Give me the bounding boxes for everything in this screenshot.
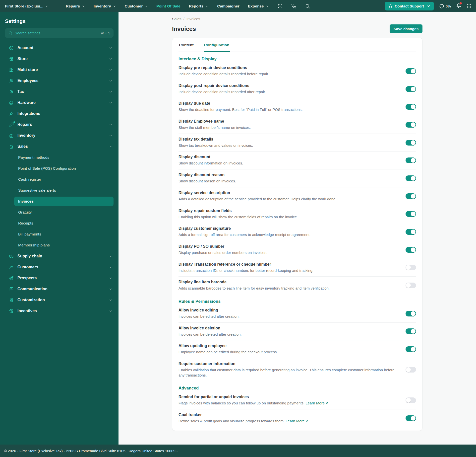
sidebar-subitem-invoices[interactable]: Invoices [14,197,114,206]
nav-item-label: Reports [189,4,204,8]
learn-more-link[interactable]: Learn More [305,401,329,405]
phone-icon[interactable] [291,3,297,9]
breadcrumb-invoices: Invoices [186,17,200,21]
sidebar-item-account[interactable]: Account [0,42,119,53]
toggle-display-discount[interactable] [406,157,416,163]
toggle-display-pre-repair-device-conditions[interactable] [406,68,416,74]
setting-title: Display due date [178,101,396,106]
shopping-bag-icon [9,144,14,149]
sidebar-subitem-membership-plans[interactable]: Membership plans [0,240,119,251]
nav-item-repairs[interactable]: Repairs [66,4,85,8]
sidebar-subitem-payment-methods[interactable]: Payment methods [0,152,119,163]
sidebar-item-repairs[interactable]: Repairs [0,119,119,130]
sidebar-item-employees[interactable]: Employees [0,75,119,86]
nav-item-expense[interactable]: Expense [248,4,269,8]
sidebar-item-label: Customization [17,298,45,302]
sidebar-item-incentives[interactable]: Incentives [0,305,119,316]
toggle-display-service-description[interactable] [406,193,416,199]
sidebar-subitem-suggestive-sale-alerts[interactable]: Suggestive sale alerts [0,185,119,196]
sidebar-subitem-bill-payments[interactable]: Bill payments [0,229,119,240]
sidebar-item-store[interactable]: Store [0,53,119,64]
setting-description: Adds scannable barcodes to each line ite… [178,286,396,291]
toggle-display-po-so-number[interactable] [406,247,416,253]
search-input[interactable]: Search settings ⌘ + S [5,28,114,38]
contact-support-button[interactable]: Contact Support [385,2,434,10]
tab-configuration[interactable]: Configuration [204,43,230,52]
search-placeholder: Search settings [15,31,40,35]
nav-item-label: Customer [125,4,143,8]
toggle-display-customer-signature[interactable] [406,229,416,235]
money-bag-icon [9,89,14,94]
sidebar-item-inventory[interactable]: Inventory [0,130,119,141]
nav-item-inventory[interactable]: Inventory [94,4,116,8]
row-allow-invoice-editing: Allow invoice editingInvoices can be edi… [178,305,416,322]
subitem-label: Gratuity [18,210,32,215]
toggle-require-customer-information[interactable] [406,367,416,373]
row-display-discount-reason: Display discount reasonShow discount rea… [178,169,416,187]
setting-description: Show the deadline for payment. Best for … [178,107,396,112]
toggle-remind-unpaid-invoices[interactable] [406,397,416,403]
truck-icon [9,254,14,259]
toggle-allow-updating-employee[interactable] [406,346,416,352]
sidebar-item-integrations[interactable]: Integrations [0,108,119,119]
external-link-icon [325,401,329,405]
sidebar-subitem-gratuity[interactable]: Gratuity [0,207,119,218]
row-display-po-so-number: Display PO / SO numberDisplay purchase o… [178,241,416,259]
toggle-allow-invoice-editing[interactable] [406,311,416,316]
toggle-allow-invoice-deletion[interactable] [406,328,416,334]
chevron-down-icon [109,265,113,269]
setting-title: Display discount [178,155,396,159]
toggle-goal-tracker[interactable] [406,415,416,421]
settings-nav: Account Store Multi-store Employees [0,42,119,316]
sidebar-subitem-receipts[interactable]: Receipts [0,218,119,229]
sidebar-subitem-pos-configuration[interactable]: Point of Sale (POS) Configuration [0,163,119,174]
toggle-display-transaction-reference[interactable] [406,265,416,270]
notifications-button[interactable] [456,3,461,9]
nav-item-customer[interactable]: Customer [125,4,148,8]
sidebar-item-customization[interactable]: Customization [0,295,119,305]
usage-percent: 0% [446,4,451,8]
tab-content[interactable]: Content [178,43,194,52]
chevron-down-icon [109,101,113,105]
save-changes-button[interactable]: Save changes [390,24,422,33]
row-allow-invoice-deletion: Allow invoice deletionInvoices can be de… [178,322,416,340]
toggle-display-discount-reason[interactable] [406,175,416,181]
sliders-icon [9,298,14,303]
toggle-display-post-repair-device-conditions[interactable] [406,86,416,92]
setting-description: Include device condition details recorde… [178,72,396,77]
sidebar-subitem-cash-register[interactable]: Cash register [0,174,119,185]
toggle-display-employee-name[interactable] [406,122,416,128]
nav-item-campaigner[interactable]: Campaigner [217,4,239,8]
setting-description: Show discount information on invoices. [178,161,396,166]
sidebar-item-prospects[interactable]: Prospects [0,273,119,284]
sidebar-item-label: Repairs [17,122,32,127]
row-display-customer-signature: Display customer signatureAdds a formal … [178,223,416,241]
sidebar-item-supply-chain[interactable]: Supply chain [0,251,119,262]
setting-description: Adds a formal sign-off area for customer… [178,232,396,237]
subitem-label: Suggestive sale alerts [18,188,56,193]
sidebar-item-sales[interactable]: Sales [0,141,119,152]
row-display-tax-details: Display tax detailsShow tax breakdown an… [178,134,416,152]
nav-item-reports[interactable]: Reports [189,4,209,8]
toggle-display-due-date[interactable] [406,104,416,110]
toggle-display-repair-custom-fields[interactable] [406,211,416,217]
breadcrumb-sales[interactable]: Sales [172,17,181,21]
learn-more-link[interactable]: Learn More [286,419,309,423]
nav-item-point-of-sale[interactable]: Point Of Sale [156,4,180,8]
sidebar-item-customers[interactable]: Customers [0,262,119,273]
chevron-down-icon [113,4,116,8]
toggle-display-line-item-barcode[interactable] [406,283,416,288]
chevron-down-icon [205,4,209,8]
sidebar-item-multi-store[interactable]: Multi-store [0,64,119,75]
barcode-scan-icon[interactable] [278,3,283,9]
apps-grid-icon[interactable] [467,4,472,9]
sidebar-item-tax[interactable]: Tax [0,86,119,97]
chevron-down-icon [109,90,113,94]
sidebar-item-hardware[interactable]: Hardware [0,97,119,108]
search-icon[interactable] [305,3,310,9]
setting-title: Display customer signature [178,226,396,231]
toggle-display-tax-details[interactable] [406,140,416,146]
store-selector[interactable]: First Store (Exclusi... [5,4,49,8]
sidebar-item-communication[interactable]: Communication [0,284,119,295]
usage-indicator[interactable]: 0% [439,4,451,9]
